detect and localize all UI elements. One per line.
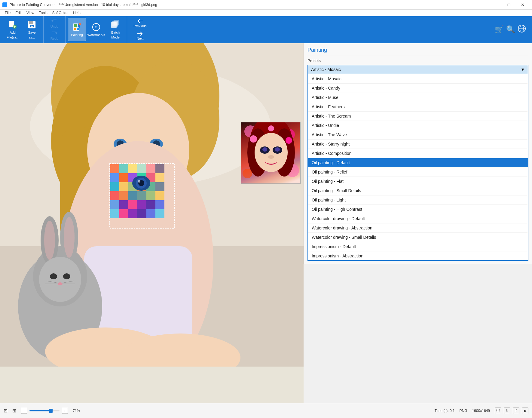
zoom-fill	[29, 410, 51, 411]
menu-view[interactable]: View	[24, 10, 37, 16]
svg-point-12	[79, 23, 81, 25]
preset-dropdown-list[interactable]: Artistic - Mosaic Artistic - Candy Artis…	[307, 74, 528, 261]
svg-rect-62	[155, 164, 164, 173]
add-file-label: Add	[10, 31, 16, 34]
dropdown-item-2[interactable]: Artistic - Muse	[308, 93, 528, 102]
svg-rect-85	[146, 200, 155, 209]
svg-rect-80	[155, 191, 164, 200]
svg-rect-84	[137, 200, 146, 209]
redo-label: Redo	[50, 37, 58, 40]
panel-title: Painting	[307, 47, 528, 53]
chevron-down-icon: ▼	[521, 67, 525, 72]
svg-rect-61	[146, 164, 155, 173]
image-dimensions: 1900x1649	[472, 409, 490, 413]
svg-rect-9	[74, 24, 77, 27]
undo-button[interactable]: Undo	[46, 18, 63, 29]
main-canvas-area[interactable]	[0, 43, 304, 403]
dropdown-item-9[interactable]: Oil painting - Default	[308, 158, 528, 168]
dropdown-item-3[interactable]: Artistic - Feathers	[308, 102, 528, 112]
3d-sphere-icon[interactable]	[518, 24, 526, 35]
redo-button[interactable]: Redo	[46, 30, 63, 41]
dropdown-item-14[interactable]: Oil painting - High Contrast	[308, 205, 528, 214]
svg-rect-89	[128, 209, 137, 218]
zoom-control: − +	[21, 408, 68, 414]
svg-rect-75	[110, 191, 119, 200]
preset-dropdown-header[interactable]: Artistic - Mosaic ▼	[307, 65, 528, 74]
dropdown-item-10[interactable]: Oil painting - Relief	[308, 168, 528, 177]
close-button[interactable]: ✕	[516, 0, 530, 10]
svg-text:©: ©	[95, 25, 97, 29]
facebook-icon[interactable]: f	[513, 407, 519, 414]
batch-mode-button[interactable]: Batch Mode	[106, 18, 124, 41]
dropdown-item-11[interactable]: Oil painting - Flat	[308, 177, 528, 186]
dropdown-item-17[interactable]: Watercolor drawing - Small Details	[308, 233, 528, 242]
svg-rect-63	[110, 173, 119, 182]
zoom-track[interactable]	[29, 410, 60, 411]
add-file-label2: File(s)...	[7, 35, 19, 39]
add-file-button[interactable]: Add File(s)...	[4, 18, 22, 41]
dropdown-item-19[interactable]: Impressionism - Abstraction	[308, 251, 528, 261]
twitter-icon[interactable]: 𝕏	[504, 407, 510, 414]
menu-softorbits[interactable]: SoftOrbits	[50, 10, 71, 16]
next-button[interactable]: Next	[130, 30, 151, 41]
dropdown-item-4[interactable]: Artistic - The Scream	[308, 112, 528, 121]
previous-button[interactable]: Previous	[130, 17, 151, 29]
cart-icon[interactable]: 🛒	[495, 25, 504, 34]
dropdown-item-8[interactable]: Artistic - Composition	[308, 149, 528, 158]
menu-help[interactable]: Help	[71, 10, 83, 16]
dropdown-item-6[interactable]: Artistic - The Wave	[308, 130, 528, 140]
svg-rect-77	[128, 191, 137, 200]
status-right: Time (s): 0.1 PNG 1900x1649 ⓘ 𝕏 f ▶	[435, 407, 528, 414]
svg-rect-64	[119, 173, 128, 182]
dropdown-item-13[interactable]: Oil painting - Light	[308, 195, 528, 205]
svg-point-108	[275, 147, 280, 152]
zoom-plus-button[interactable]: +	[62, 408, 68, 414]
dropdown-selected-value: Artistic - Mosaic	[311, 67, 341, 72]
menu-edit[interactable]: Edit	[13, 10, 24, 16]
svg-point-112	[268, 125, 274, 131]
zoom-actual-icon[interactable]: ⊞	[12, 408, 16, 413]
maximize-button[interactable]: □	[502, 0, 516, 10]
watermarks-button[interactable]: © Watermarks	[87, 18, 105, 41]
svg-rect-79	[146, 191, 155, 200]
search-people-icon[interactable]: 🔍	[506, 25, 515, 34]
svg-rect-60	[137, 164, 146, 173]
dropdown-item-7[interactable]: Artistic - Starry night	[308, 140, 528, 149]
svg-rect-91	[146, 209, 155, 218]
svg-rect-76	[119, 191, 128, 200]
window-title: Picture to Painting Converter - ****Unre…	[10, 3, 157, 7]
painting-icon	[72, 22, 82, 32]
dropdown-item-15[interactable]: Watercolor drawing - Default	[308, 214, 528, 223]
canvas-image	[0, 43, 304, 403]
dropdown-item-12[interactable]: Oil painting - Small Details	[308, 186, 528, 195]
dropdown-item-0[interactable]: Artistic - Mosaic	[308, 74, 528, 84]
painting-button[interactable]: Painting	[68, 18, 86, 41]
svg-point-104	[255, 133, 288, 172]
zoom-percentage: 71%	[73, 409, 80, 413]
menu-file[interactable]: File	[2, 10, 13, 16]
svg-rect-69	[110, 182, 119, 191]
svg-rect-70	[119, 182, 128, 191]
dropdown-item-18[interactable]: Impressionism - Default	[308, 242, 528, 251]
zoom-fit-icon[interactable]: ⊡	[4, 408, 8, 413]
dropdown-item-16[interactable]: Watercolor drawing - Abstraction	[308, 223, 528, 233]
svg-rect-83	[128, 200, 137, 209]
svg-rect-58	[119, 164, 128, 173]
zoom-minus-button[interactable]: −	[21, 408, 27, 414]
svg-point-109	[268, 155, 274, 159]
svg-rect-82	[119, 200, 128, 209]
batch-mode-label: Batch	[111, 31, 120, 34]
svg-rect-57	[110, 164, 119, 173]
info-icon[interactable]: ⓘ	[495, 407, 501, 414]
dropdown-item-5[interactable]: Artistic - Undie	[308, 121, 528, 130]
dropdown-item-1[interactable]: Artistic - Candy	[308, 84, 528, 93]
minimize-button[interactable]: ─	[488, 0, 502, 10]
save-as-button[interactable]: Save as...	[23, 18, 41, 41]
svg-point-44	[39, 257, 81, 302]
svg-rect-68	[155, 173, 164, 182]
svg-point-111	[286, 137, 292, 144]
menu-tools[interactable]: Tools	[37, 10, 50, 16]
youtube-icon[interactable]: ▶	[522, 407, 528, 414]
svg-point-96	[138, 180, 140, 183]
zoom-thumb[interactable]	[49, 409, 53, 413]
